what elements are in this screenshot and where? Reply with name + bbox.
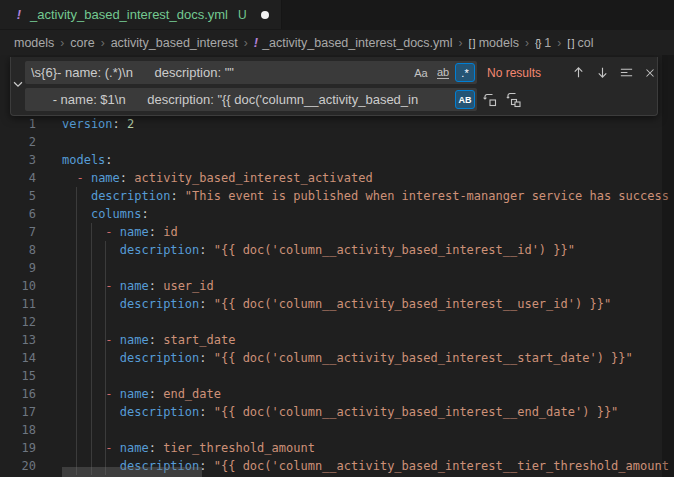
regex-button[interactable]: .* <box>455 63 475 82</box>
breadcrumb-item[interactable]: models <box>14 36 54 50</box>
breadcrumb-separator: › <box>459 36 463 50</box>
line-number[interactable]: 11 <box>0 295 36 313</box>
code-line[interactable]: 9 <box>0 259 674 277</box>
breadcrumb-label: activity_based_interest <box>111 36 238 50</box>
breadcrumb-item[interactable]: [ ]models <box>469 36 519 50</box>
find-input[interactable] <box>31 61 409 84</box>
code-line[interactable]: 15 <box>0 367 674 385</box>
line-number[interactable]: 10 <box>0 277 36 295</box>
preserve-case-button[interactable]: AB <box>455 90 475 109</box>
code-text: models: <box>36 151 113 169</box>
line-number[interactable]: 1 <box>0 115 36 133</box>
tab-activity-based-interest-docs[interactable]: ! _activity_based_interest_docs.yml U <box>0 0 282 29</box>
git-status-badge: U <box>238 8 247 22</box>
breadcrumb-item[interactable]: core <box>70 36 94 50</box>
line-number[interactable]: 17 <box>0 403 36 421</box>
line-number[interactable]: 5 <box>0 187 36 205</box>
arrow-down-icon <box>595 65 610 80</box>
code-line[interactable]: 11 description: "{{ doc('column__activit… <box>0 295 674 313</box>
close-find-button[interactable] <box>639 62 661 84</box>
code-line[interactable]: 12 <box>0 313 674 331</box>
horizontal-scrollbar-thumb[interactable] <box>62 467 202 477</box>
breadcrumb[interactable]: models›core›activity_based_interest›!_ac… <box>0 30 674 55</box>
code-line[interactable]: 6 columns: <box>0 205 674 223</box>
code-line[interactable]: 10 - name: user_id <box>0 277 674 295</box>
line-number[interactable]: 12 <box>0 313 36 331</box>
code-text: description: "{{ doc('column__activity_b… <box>36 295 611 313</box>
code-line[interactable]: 13 - name: start_date <box>0 331 674 349</box>
code-line[interactable]: 4 - name: activity_based_interest_activa… <box>0 169 674 187</box>
breadcrumb-label: col <box>577 36 593 50</box>
symbol-array-icon: [ ] <box>567 37 573 49</box>
replace-input-wrap: AB <box>25 88 477 111</box>
line-number[interactable]: 7 <box>0 223 36 241</box>
symbol-object-icon: {} <box>535 37 540 49</box>
breadcrumb-item[interactable]: !_activity_based_interest_docs.yml <box>254 35 453 50</box>
code-line[interactable]: 3models: <box>0 151 674 169</box>
breadcrumb-separator: › <box>60 36 64 50</box>
unsaved-dot-icon[interactable] <box>261 11 269 19</box>
code-text: description: "{{ doc('column__activity_b… <box>36 241 575 259</box>
line-number[interactable]: 4 <box>0 169 36 187</box>
replace-input[interactable] <box>31 88 453 111</box>
code-line[interactable]: 18 <box>0 421 674 439</box>
breadcrumb-label: models <box>14 36 54 50</box>
line-number[interactable]: 20 <box>0 457 36 475</box>
vscode-window: ! _activity_based_interest_docs.yml U mo… <box>0 0 674 477</box>
code-line[interactable]: 5 description: "This event is published … <box>0 187 674 205</box>
line-number[interactable]: 9 <box>0 259 36 277</box>
line-number[interactable]: 3 <box>0 151 36 169</box>
arrow-up-icon <box>571 65 586 80</box>
code-line[interactable]: 19 - name: tier_threshold_amount <box>0 439 674 457</box>
find-input-wrap: Aa ab .* <box>25 61 477 84</box>
replace-icon <box>482 92 498 108</box>
toggle-replace-button[interactable] <box>11 61 25 111</box>
line-number[interactable]: 14 <box>0 349 36 367</box>
line-number[interactable]: 8 <box>0 241 36 259</box>
breadcrumb-item[interactable]: {}1 <box>535 36 551 50</box>
line-number[interactable]: 2 <box>0 133 36 151</box>
code-text: - name: id <box>36 223 178 241</box>
code-text: - name: tier_threshold_amount <box>36 439 315 457</box>
whole-word-button[interactable]: ab <box>433 63 453 82</box>
editor-lines: 1version: 223models:4 - name: activity_b… <box>0 115 674 475</box>
vertical-scrollbar-track[interactable] <box>662 55 674 477</box>
code-line[interactable]: 14 description: "{{ doc('column__activit… <box>0 349 674 367</box>
next-match-button[interactable] <box>591 62 613 84</box>
code-text <box>36 133 62 151</box>
code-text: description: "{{ doc('column__activity_b… <box>36 349 633 367</box>
close-icon <box>643 66 657 80</box>
code-line[interactable]: 7 - name: id <box>0 223 674 241</box>
code-text: - name: end_date <box>36 385 221 403</box>
line-number[interactable]: 16 <box>0 385 36 403</box>
replace-button[interactable] <box>479 89 501 111</box>
find-in-selection-button[interactable] <box>615 62 637 84</box>
yaml-file-icon: ! <box>14 7 24 22</box>
editor[interactable]: 1version: 223models:4 - name: activity_b… <box>0 55 674 477</box>
code-text: description: "{{ doc('column__activity_b… <box>36 403 618 421</box>
find-row: Aa ab .* No results <box>25 61 661 84</box>
line-number[interactable]: 15 <box>0 367 36 385</box>
find-replace-widget: Aa ab .* No results <box>10 57 658 116</box>
code-text <box>36 259 62 277</box>
replace-all-button[interactable] <box>503 89 525 111</box>
code-line[interactable]: 8 description: "{{ doc('column__activity… <box>0 241 674 259</box>
line-number[interactable]: 6 <box>0 205 36 223</box>
code-line[interactable]: 16 - name: end_date <box>0 385 674 403</box>
previous-match-button[interactable] <box>567 62 589 84</box>
code-text: description: "This event is published wh… <box>36 187 669 205</box>
breadcrumb-label: 1 <box>544 36 551 50</box>
line-number[interactable]: 19 <box>0 439 36 457</box>
code-text: - name: activity_based_interest_activate… <box>36 169 373 187</box>
code-line[interactable]: 2 <box>0 133 674 151</box>
breadcrumb-item[interactable]: activity_based_interest <box>111 36 238 50</box>
line-number[interactable]: 18 <box>0 421 36 439</box>
breadcrumb-item[interactable]: [ ]col <box>567 36 593 50</box>
match-case-button[interactable]: Aa <box>411 63 431 82</box>
breadcrumb-separator: › <box>244 36 248 50</box>
code-line[interactable]: 1version: 2 <box>0 115 674 133</box>
replace-row: AB <box>25 88 661 111</box>
line-number[interactable]: 13 <box>0 331 36 349</box>
code-line[interactable]: 17 description: "{{ doc('column__activit… <box>0 403 674 421</box>
code-text: columns: <box>36 205 149 223</box>
